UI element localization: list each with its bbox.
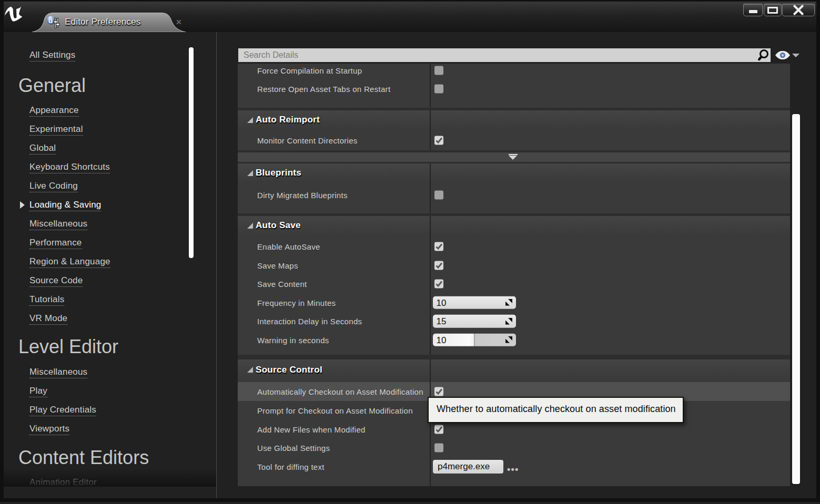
svg-text:u: u — [48, 16, 53, 25]
